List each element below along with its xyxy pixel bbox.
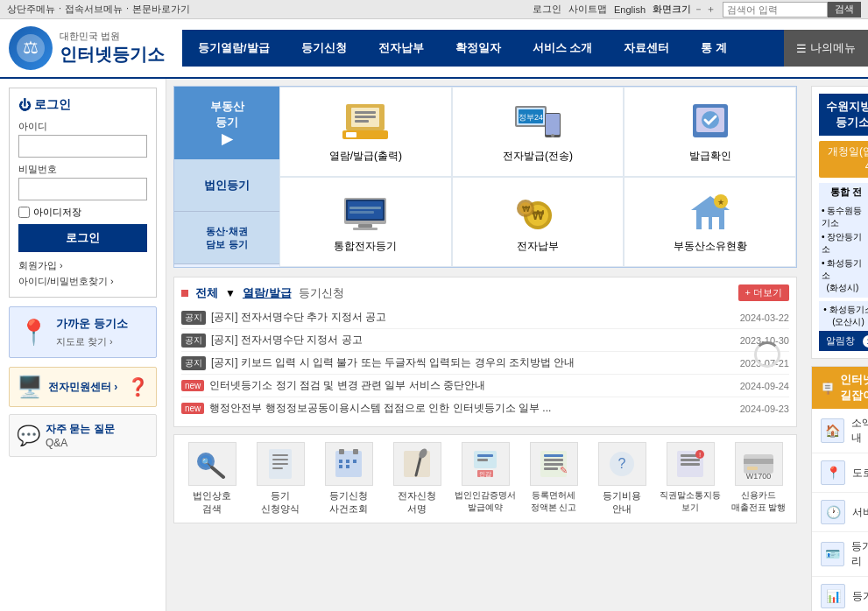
movable-label: 동산·채권담보 등기 (206, 225, 247, 251)
remember-checkbox[interactable] (18, 207, 30, 218)
service-cat-movable[interactable]: 동산·채권담보 등기 (174, 212, 279, 264)
shortcut-item-roadname[interactable]: 📍 도로명주소 안내 › (812, 453, 868, 493)
english-link[interactable]: English (614, 4, 646, 15)
header: ⚖ 대한민국 법원 인터넷등기소 등기열람/발급 등기신청 전자납부 확정일자 … (0, 19, 868, 79)
nav-item-data-center[interactable]: 자료센터 (608, 30, 685, 67)
svg-text:★: ★ (717, 198, 724, 207)
etransfer-icon: 정부24 (510, 100, 566, 144)
login-link[interactable]: 로그인 (533, 3, 561, 16)
bottom-icon-corpname[interactable]: 🔍 법인상호 검색 (181, 442, 243, 516)
sitemap-link[interactable]: 사이트맵 (568, 3, 607, 16)
faq-text: 자주 묻는 질문 Q&A (46, 422, 115, 449)
notice-tab-apply[interactable]: 등기신청 (299, 285, 344, 301)
faq-box[interactable]: 💬 자주 묻는 질문 Q&A (9, 414, 157, 457)
shortcut-label-infoportal: 등기정보장 바로가기 (852, 589, 868, 604)
bottom-icon-form[interactable]: 등기 신청양식 (250, 442, 311, 516)
corpname-label: 법인상호 검색 (193, 489, 231, 516)
find-id-link[interactable]: 아이디/비밀번호찾기 › (18, 275, 147, 288)
bottom-icon-exofficio[interactable]: ! 직권말소통지등 보기 (660, 442, 721, 516)
nav-item-registry-view[interactable]: 등기열람/발급 (182, 30, 286, 67)
shortcut-link-main[interactable]: 상단주메뉴 (7, 3, 55, 16)
bottom-icon-caseview[interactable]: 등기신청 사건조회 (318, 442, 379, 516)
civil-service-box[interactable]: 🖥️ 전자민원센터 › ❓ (9, 367, 157, 407)
notice-title-1[interactable]: [공지] 전자서명수단 추가 지정서 공고 (211, 310, 733, 325)
notice-tab-view[interactable]: 열람/발급 (243, 285, 292, 301)
alert-dot-1[interactable]: 1 (863, 335, 868, 348)
notice-title-5[interactable]: 행정안전부 행정정보공동이용시스템 접점으로 인한 인터넷등기소 일부 ... (209, 401, 732, 416)
notice-title-2[interactable]: [공지] 전자서명수단 지정서 공고 (211, 333, 733, 348)
house-icon: 🏠 (821, 418, 844, 443)
svg-rect-46 (335, 451, 362, 477)
nav-item-service-intro[interactable]: 서비스 소개 (517, 30, 609, 67)
screen-size-label: 화면크기 (653, 3, 691, 16)
service-icon-verify[interactable]: 발급확인 (624, 87, 796, 177)
clock-icon: 🕐 (821, 500, 845, 524)
notice-item-1: 공지 [공지] 전자서명수단 추가 지정서 공고 2024-03-22 (181, 306, 789, 329)
nav-item-e-payment[interactable]: 전자납부 (363, 30, 440, 67)
logo[interactable]: ⚖ 대한민국 법원 인터넷등기소 (0, 26, 173, 70)
bottom-icon-regtax[interactable]: ✎ 등록면허세 정액본 신고 (523, 442, 584, 516)
shortcut-link-sub[interactable]: 접속서브메뉴 (65, 3, 123, 16)
shortcut-item-entrypass[interactable]: 🪪 등기소 출입증 신청관리 › (812, 532, 868, 577)
corporation-label: 법인등기 (204, 178, 250, 193)
verify-label: 발급확인 (689, 149, 731, 164)
service-icon-epay[interactable]: ₩ ₩ 전자납부 (452, 177, 625, 267)
find-office-box[interactable]: 📍 가까운 등기소 지도로 찾기 › (9, 306, 157, 358)
ann-second-row: • 화성등기소(오산시) → 오산등기소 (819, 301, 868, 331)
svg-point-15 (551, 134, 554, 137)
find-office-sub[interactable]: 지도로 찾기 › (56, 335, 128, 348)
nav-item-registry-apply[interactable]: 등기신청 (286, 30, 363, 67)
creditcard-label: 신용카드 매출전표 발행 (731, 489, 787, 514)
search-input[interactable] (723, 2, 828, 18)
service-icon-print[interactable]: 열람/발급(출력) (279, 87, 452, 177)
id-input[interactable] (18, 135, 147, 158)
notice-title-4[interactable]: 인터넷등기소 정기 점검 및 변경 관련 일부 서비스 중단안내 (209, 378, 732, 393)
shortcut-link-content[interactable]: 본문바로가기 (132, 3, 190, 16)
realestate-label: 부동산등기 (210, 99, 244, 130)
creditcard-icon: W1700 (735, 442, 783, 486)
shortcut-item-tenant[interactable]: 🏠 소액임차인의 범위 안내 › (812, 409, 868, 453)
service-icon-integrated[interactable]: 통합전자등기 (279, 177, 452, 267)
more-button[interactable]: + 더보기 (738, 284, 789, 301)
ownership-icon: ★ (682, 190, 738, 234)
signup-link[interactable]: 회원가입 › (18, 259, 147, 272)
screen-decrease-icon[interactable]: － (694, 3, 703, 16)
svg-rect-43 (272, 459, 288, 460)
shortcut-item-servicehour[interactable]: 🕐 서비스 이용시간 안내 › (812, 493, 868, 532)
dropdown-arrow-icon[interactable]: ▼ (225, 287, 236, 299)
notice-item-2: 공지 [공지] 전자서명수단 지정서 공고 2023-10-30 (181, 329, 789, 352)
bottom-icon-cost[interactable]: ? 등기비용 안내 (591, 442, 653, 516)
print-label: 열람/발급(출력) (329, 149, 402, 164)
bottom-icon-esign[interactable]: 전자신청 서명 (386, 442, 448, 516)
service-icon-etransfer[interactable]: 정부24 전자발급(전송) (452, 87, 625, 177)
service-icon-ownership[interactable]: ★ 부동산소유현황 (624, 177, 796, 267)
service-cat-realestate[interactable]: 부동산등기 ▶ (174, 87, 279, 159)
service-grid: 부동산등기 ▶ 법인등기 동산·채권담보 등기 (173, 86, 797, 268)
nav-item-stats[interactable]: 통 계 (685, 30, 743, 67)
bottom-icon-corpstamp[interactable]: 인감 법인인감증명서 발급예약 (455, 442, 516, 516)
alert-dots: 1 2 3 4 5 (863, 335, 868, 348)
pw-input[interactable] (18, 178, 147, 200)
my-menu-button[interactable]: ☰ 나의메뉴 (784, 30, 868, 67)
verify-icon (682, 100, 738, 144)
svg-rect-72 (681, 459, 700, 461)
search-button[interactable]: 검색 (828, 2, 861, 18)
login-button[interactable]: 로그인 (18, 224, 147, 252)
notice-item-5: new 행정안전부 행정정보공동이용시스템 접점으로 인한 인터넷등기소 일부 … (181, 397, 789, 419)
caseview-label: 등기신청 사건조회 (329, 489, 368, 516)
svg-text:정부24: 정부24 (519, 113, 543, 122)
civil-service-title[interactable]: 전자민원센터 › (48, 380, 117, 395)
badge-notice-1: 공지 (181, 311, 206, 325)
bottom-icon-creditcard[interactable]: W1700 신용카드 매출전표 발행 (728, 442, 789, 516)
screen-size-control[interactable]: 화면크기 － ＋ (653, 3, 716, 16)
svg-text:?: ? (618, 456, 626, 471)
login-box: ⏻ 로그인 아이디 비밀번호 아이디저장 로그인 회원가입 › 아이디/비밀번호… (9, 88, 157, 298)
badge-notice-3: 공지 (181, 356, 206, 370)
screen-increase-icon[interactable]: ＋ (706, 3, 716, 16)
svg-rect-44 (272, 463, 288, 465)
notice-title-3[interactable]: [공지] 키보드 입력 시 입력 불가 또는 두글자씩 입력되는 경우의 조치방… (211, 355, 733, 370)
corpstamp-icon: 인감 (462, 442, 510, 486)
nav-item-fixed-date[interactable]: 확정일자 (440, 30, 517, 67)
service-cat-corporation[interactable]: 법인등기 (174, 159, 279, 212)
shortcut-item-infoportal[interactable]: 📊 등기정보장 바로가기 › (812, 577, 868, 611)
